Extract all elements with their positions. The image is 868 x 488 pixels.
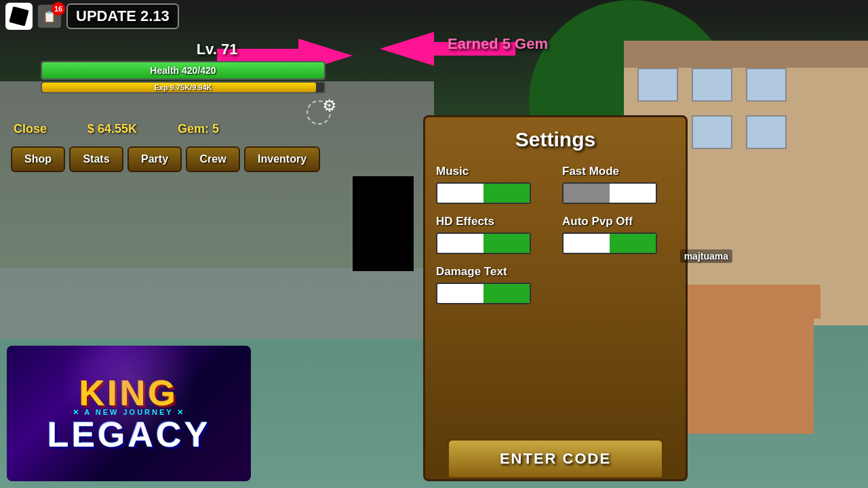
hd-effects-toggle-off xyxy=(437,234,484,253)
fast-mode-setting: Fast Mode xyxy=(562,165,675,204)
roblox-icon[interactable] xyxy=(5,3,33,30)
enter-code-button[interactable]: ENTER CODE xyxy=(447,439,664,479)
market-stall xyxy=(678,285,814,434)
hd-effects-toggle[interactable] xyxy=(436,232,531,254)
fast-mode-toggle-gray xyxy=(564,184,610,203)
notification-badge[interactable]: 📋 16 xyxy=(38,5,61,28)
exp-bar: Exp 9.75K/9.94K xyxy=(41,81,326,94)
player-level: Lv. 71 xyxy=(75,41,359,58)
damage-text-label: Damage Text xyxy=(436,265,675,279)
fast-mode-toggle-off xyxy=(610,184,656,203)
damage-text-toggle-on xyxy=(484,284,530,303)
health-text: Health 420/420 xyxy=(150,65,216,76)
party-button[interactable]: Party xyxy=(127,146,182,172)
music-setting: Music xyxy=(436,165,549,204)
music-label: Music xyxy=(436,165,549,178)
music-toggle-off xyxy=(437,184,484,203)
logo-glow xyxy=(61,346,197,447)
update-text: UPDATE 2.13 xyxy=(76,7,170,24)
hd-effects-toggle-on xyxy=(484,234,530,253)
fast-mode-toggle[interactable] xyxy=(562,182,657,204)
player-name-label: majtuama xyxy=(680,249,732,263)
top-ui-bar: 📋 16 UPDATE 2.13 xyxy=(0,0,434,33)
auto-pvp-label: Auto Pvp Off xyxy=(562,215,675,228)
close-button[interactable]: Close xyxy=(14,122,47,136)
nav-buttons: Shop Stats Party Crew Inventory xyxy=(11,146,320,172)
stall-body xyxy=(678,312,814,434)
auto-pvp-setting: Auto Pvp Off xyxy=(562,215,675,254)
crew-button[interactable]: Crew xyxy=(186,146,240,172)
settings-grid: Music Fast Mode HD Effects Auto Pvp Of xyxy=(436,165,675,304)
damage-text-toggle-off xyxy=(437,284,484,303)
building-window xyxy=(692,115,732,149)
stats-button[interactable]: Stats xyxy=(69,146,123,172)
money-display: $ 64.55K xyxy=(87,122,137,136)
music-toggle-on xyxy=(484,184,530,203)
music-toggle[interactable] xyxy=(436,182,531,204)
player-stats: Lv. 71 Health 420/420 Exp 9.75K/9.94K xyxy=(20,41,359,94)
building-window xyxy=(746,68,787,102)
auto-pvp-toggle[interactable] xyxy=(562,232,657,254)
shop-button[interactable]: Shop xyxy=(11,146,65,172)
building-window xyxy=(692,68,732,102)
gem-display: Gem: 5 xyxy=(178,122,219,136)
notification-count: 16 xyxy=(52,2,65,16)
earned-gems-text: Earned 5 Gem xyxy=(448,35,548,53)
building-window xyxy=(637,68,678,102)
king-legacy-logo: KING ✕ A NEW JOURNEY ✕ LEGACY xyxy=(7,346,251,481)
gear-icon[interactable]: ⚙ xyxy=(319,95,340,117)
fast-mode-label: Fast Mode xyxy=(562,165,675,178)
hd-effects-setting: HD Effects xyxy=(436,215,549,254)
inventory-button[interactable]: Inventory xyxy=(244,146,320,172)
health-bar: Health 420/420 xyxy=(41,61,326,80)
dark-area xyxy=(353,176,414,271)
building-roof xyxy=(624,41,868,68)
currency-row: Close $ 64.55K Gem: 5 xyxy=(14,122,219,136)
building-window xyxy=(746,115,787,149)
damage-text-setting: Damage Text xyxy=(436,265,675,304)
auto-pvp-toggle-off xyxy=(564,234,610,253)
damage-text-toggle[interactable] xyxy=(436,283,531,304)
hd-effects-label: HD Effects xyxy=(436,215,549,228)
exp-text: Exp 9.75K/9.94K xyxy=(155,83,212,92)
svg-rect-0 xyxy=(9,7,28,26)
settings-title: Settings xyxy=(515,128,595,151)
auto-pvp-toggle-on xyxy=(610,234,656,253)
update-badge: UPDATE 2.13 xyxy=(66,3,179,29)
settings-panel: Settings Music Fast Mode HD Effects xyxy=(423,115,688,481)
